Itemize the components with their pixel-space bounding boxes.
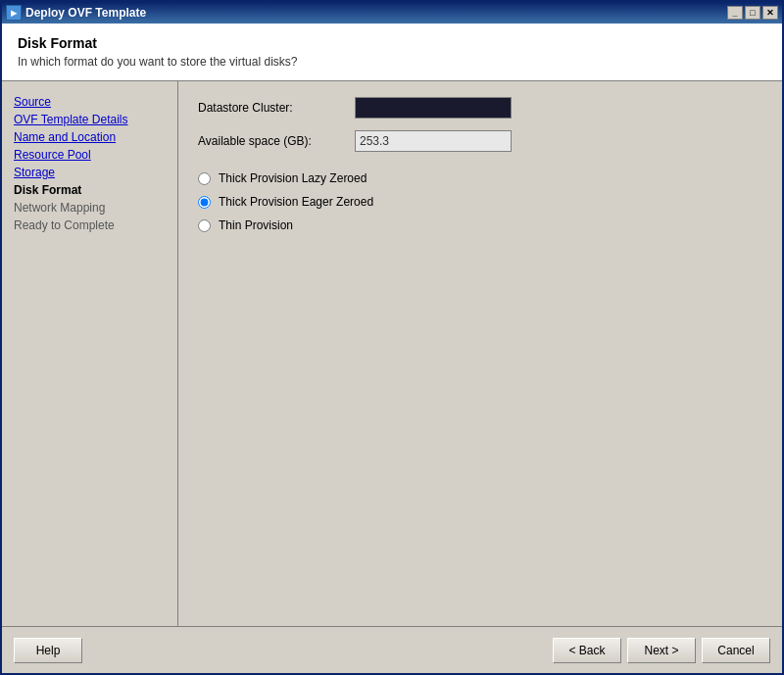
back-button[interactable]: < Back bbox=[553, 638, 621, 663]
radio-thick-lazy[interactable]: Thick Provision Lazy Zeroed bbox=[198, 171, 762, 185]
window-title: Deploy OVF Template bbox=[25, 6, 727, 20]
datastore-cluster-label: Datastore Cluster: bbox=[198, 101, 355, 115]
dialog-header: Disk Format In which format do you want … bbox=[2, 24, 782, 81]
available-space-input bbox=[355, 130, 512, 152]
sidebar-item-storage[interactable]: Storage bbox=[10, 164, 170, 181]
sidebar-item-disk-format: Disk Format bbox=[10, 181, 170, 199]
disk-format-radio-group: Thick Provision Lazy Zeroed Thick Provis… bbox=[198, 171, 762, 232]
page-title: Disk Format bbox=[18, 35, 766, 51]
sidebar-item-ovf-details[interactable]: OVF Template Details bbox=[10, 111, 170, 128]
sidebar-item-network-mapping: Network Mapping bbox=[10, 199, 170, 217]
radio-thick-eager[interactable]: Thick Provision Eager Zeroed bbox=[198, 195, 762, 209]
sidebar-item-name-location[interactable]: Name and Location bbox=[10, 128, 170, 146]
help-button[interactable]: Help bbox=[14, 638, 82, 663]
sidebar-item-resource-pool[interactable]: Resource Pool bbox=[10, 146, 170, 164]
footer-right: < Back Next > Cancel bbox=[553, 638, 770, 663]
close-button[interactable]: ✕ bbox=[762, 6, 778, 20]
sidebar-nav: Source OVF Template Details Name and Loc… bbox=[2, 81, 178, 626]
radio-thin-input[interactable] bbox=[198, 219, 211, 232]
cancel-button[interactable]: Cancel bbox=[702, 638, 770, 663]
radio-thick-eager-label: Thick Provision Eager Zeroed bbox=[219, 195, 373, 209]
window-controls: _ □ ✕ bbox=[727, 6, 778, 20]
minimize-button[interactable]: _ bbox=[727, 6, 743, 20]
dialog-content: Source OVF Template Details Name and Loc… bbox=[2, 81, 782, 626]
radio-thick-eager-input[interactable] bbox=[198, 196, 211, 209]
next-button[interactable]: Next > bbox=[627, 638, 696, 663]
radio-thin[interactable]: Thin Provision bbox=[198, 218, 762, 232]
radio-thick-lazy-input[interactable] bbox=[198, 172, 211, 185]
available-space-label: Available space (GB): bbox=[198, 134, 355, 148]
radio-thick-lazy-label: Thick Provision Lazy Zeroed bbox=[219, 171, 367, 185]
title-bar: ▶ Deploy OVF Template _ □ ✕ bbox=[2, 2, 782, 24]
deploy-ovf-dialog: ▶ Deploy OVF Template _ □ ✕ Disk Format … bbox=[0, 0, 784, 675]
dialog-footer: Help < Back Next > Cancel bbox=[2, 626, 782, 673]
available-space-row: Available space (GB): bbox=[198, 130, 762, 152]
datastore-cluster-row: Datastore Cluster: bbox=[198, 97, 762, 119]
window-icon: ▶ bbox=[6, 5, 22, 21]
radio-thin-label: Thin Provision bbox=[219, 218, 293, 232]
sidebar-item-source[interactable]: Source bbox=[10, 93, 170, 111]
maximize-button[interactable]: □ bbox=[745, 6, 760, 20]
main-panel: Datastore Cluster: Available space (GB):… bbox=[178, 81, 782, 626]
sidebar-item-ready-to-complete: Ready to Complete bbox=[10, 217, 170, 234]
footer-left: Help bbox=[14, 638, 553, 663]
datastore-cluster-input[interactable] bbox=[355, 97, 512, 119]
page-description: In which format do you want to store the… bbox=[18, 55, 766, 69]
